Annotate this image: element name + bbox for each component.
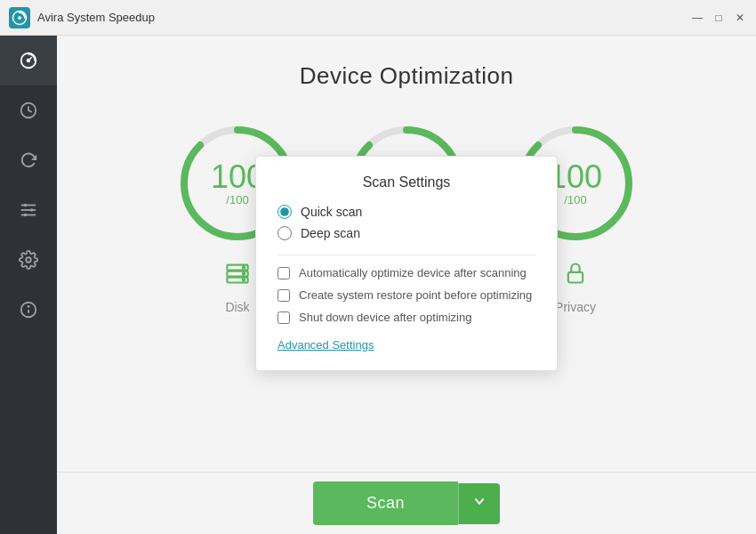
shutdown-checkbox[interactable] (277, 312, 290, 324)
shutdown-option[interactable]: Shut down device after optimizing (277, 311, 535, 324)
sidebar-item-speedup[interactable] (0, 36, 57, 85)
svg-rect-31 (568, 272, 583, 283)
auto-optimize-checkbox[interactable] (277, 267, 290, 279)
scan-bar: Scan (57, 472, 756, 534)
app-body: Device Optimization 100 /100 (0, 36, 756, 534)
close-button[interactable]: ✕ (733, 11, 747, 25)
sidebar-item-settings[interactable] (0, 235, 57, 285)
scan-button-wrap: Scan (313, 481, 500, 525)
advanced-settings-link[interactable]: Advanced Settings (277, 338, 374, 352)
app-title: Avira System Speedup (37, 11, 683, 24)
svg-point-23 (243, 279, 245, 280)
deep-scan-radio[interactable] (277, 226, 292, 240)
gauge-privacy-label: Privacy (555, 300, 596, 314)
maximize-button[interactable]: □ (712, 11, 726, 25)
scan-popup: Scan Settings Quick scan Deep scan Autom… (255, 156, 558, 371)
popup-divider (277, 255, 535, 255)
gauge-disk-label: Disk (225, 300, 249, 314)
scan-arrow-button[interactable] (458, 483, 500, 524)
svg-point-11 (24, 214, 28, 217)
restore-point-label: Create system restore point before optim… (299, 288, 532, 302)
svg-point-22 (243, 272, 245, 274)
svg-point-10 (30, 208, 34, 212)
minimize-button[interactable]: — (690, 11, 704, 25)
shutdown-label: Shut down device after optimizing (299, 311, 471, 324)
svg-point-21 (243, 266, 245, 268)
disk-icon (225, 261, 250, 289)
svg-point-1 (18, 16, 21, 20)
svg-point-9 (24, 204, 28, 207)
restore-point-checkbox[interactable] (277, 289, 290, 302)
scan-button[interactable]: Scan (313, 481, 458, 525)
window-controls: — □ ✕ (690, 11, 747, 25)
scan-type-radio-group: Quick scan Deep scan (277, 205, 535, 240)
quick-scan-option[interactable]: Quick scan (277, 205, 535, 219)
app-icon (9, 7, 30, 28)
sidebar-item-info[interactable] (0, 285, 57, 335)
title-bar: Avira System Speedup — □ ✕ (0, 0, 756, 36)
sidebar-item-scheduler[interactable] (0, 85, 57, 135)
popup-title: Scan Settings (277, 174, 535, 190)
content-area: Device Optimization 100 /100 (57, 36, 756, 534)
restore-point-option[interactable]: Create system restore point before optim… (277, 288, 535, 302)
page-title: Device Optimization (300, 62, 514, 90)
sidebar-item-update[interactable] (0, 135, 57, 185)
svg-point-12 (26, 257, 31, 263)
quick-scan-label: Quick scan (301, 205, 362, 219)
auto-optimize-label: Automatically optimize device after scan… (299, 266, 527, 279)
privacy-lock-icon (563, 261, 588, 289)
quick-scan-radio[interactable] (277, 205, 292, 219)
deep-scan-option[interactable]: Deep scan (277, 226, 535, 240)
sidebar-item-tools[interactable] (0, 185, 57, 235)
sidebar (0, 36, 57, 534)
auto-optimize-option[interactable]: Automatically optimize device after scan… (277, 266, 535, 279)
scan-options-group: Automatically optimize device after scan… (277, 266, 535, 324)
deep-scan-label: Deep scan (301, 226, 360, 240)
